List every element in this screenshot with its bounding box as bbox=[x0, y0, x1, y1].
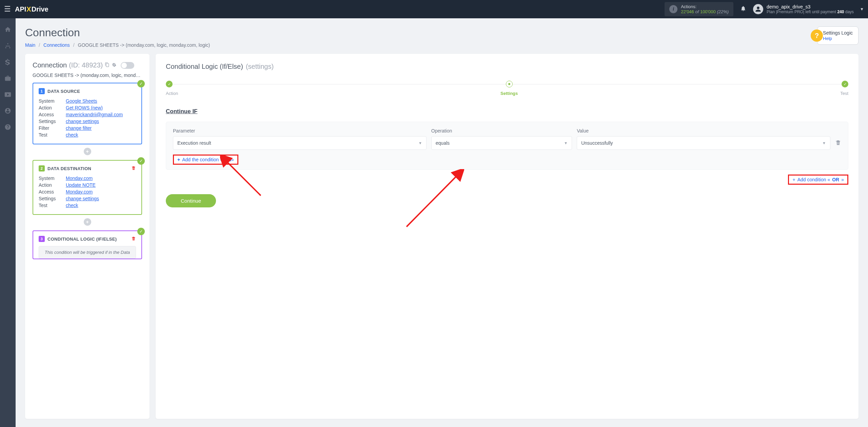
chevron-down-icon: ▼ bbox=[822, 141, 826, 145]
continue-button[interactable]: Continue bbox=[166, 194, 216, 207]
sidebar-item-connections[interactable] bbox=[0, 39, 16, 53]
help-link[interactable]: Help bbox=[823, 36, 832, 41]
actions-label: Actions: bbox=[681, 4, 729, 9]
help-icon[interactable]: ? bbox=[811, 29, 823, 42]
chevron-down-icon: ▼ bbox=[564, 141, 568, 145]
connection-panel: Connection (ID: 48923) GOOGLE SHEETS -> … bbox=[25, 54, 150, 419]
trash-icon[interactable] bbox=[835, 140, 841, 147]
sidebar-item-account[interactable] bbox=[0, 104, 16, 118]
card-row: SystemMonday.com bbox=[39, 176, 136, 181]
actions-numbers: 22'046 of 100'000 (22%) bbox=[681, 9, 729, 14]
plus-icon: + bbox=[792, 177, 795, 182]
sidebar-item-help[interactable] bbox=[0, 120, 16, 134]
card-row: Testcheck bbox=[39, 132, 136, 138]
card-title: DATA SOURCE bbox=[47, 89, 80, 94]
settings-panel: Conditional Logic (If/Else) (settings) ✓… bbox=[156, 54, 859, 419]
sidebar-item-billing[interactable] bbox=[0, 55, 16, 69]
section-title: Continue IF bbox=[166, 108, 848, 115]
card-row: Testcheck bbox=[39, 203, 136, 208]
operation-select[interactable]: equals ▼ bbox=[431, 136, 572, 150]
check-icon: ✓ bbox=[137, 228, 145, 235]
current-step-icon bbox=[506, 81, 513, 87]
trash-icon[interactable] bbox=[131, 236, 136, 242]
copy-icon[interactable] bbox=[105, 62, 110, 68]
card-title: CONDITIONAL LOGIC (IF/ELSE) bbox=[47, 237, 117, 242]
gear-icon[interactable] bbox=[112, 62, 117, 68]
plus-icon[interactable]: + bbox=[84, 148, 91, 155]
breadcrumb-current: GOOGLE SHEETS -> (monday.com, logic, mon… bbox=[78, 42, 210, 48]
add-and-condition-button[interactable]: + Add the condition «And» bbox=[173, 155, 238, 165]
card-row: Settingschange settings bbox=[39, 196, 136, 201]
page-title: Connection bbox=[25, 26, 210, 39]
logo-text-x: X bbox=[26, 5, 31, 13]
card-row: SystemGoogle Sheets bbox=[39, 98, 136, 104]
user-menu[interactable]: demo_apix_drive_s3 Plan |Premium PRO| le… bbox=[753, 4, 864, 14]
card-title: DATA DESTINATION bbox=[47, 166, 91, 171]
plus-icon[interactable]: + bbox=[84, 218, 91, 226]
card-row: ActionGet ROWS (new) bbox=[39, 105, 136, 110]
value-label: Value bbox=[577, 128, 830, 134]
check-icon: ✓ bbox=[842, 81, 848, 87]
trash-icon[interactable] bbox=[131, 166, 136, 171]
bell-icon[interactable] bbox=[740, 5, 746, 13]
card-row: ActionUpdate NOTE bbox=[39, 182, 136, 188]
card-num: 1 bbox=[39, 88, 45, 94]
connection-name: GOOGLE SHEETS -> (monday.com, logic, mon… bbox=[33, 73, 142, 78]
sidebar-item-video[interactable] bbox=[0, 87, 16, 102]
info-icon: i bbox=[669, 5, 677, 13]
card-num: 3 bbox=[39, 236, 45, 242]
connection-id: (ID: 48923) bbox=[69, 61, 103, 69]
topbar: ☰ APIXDrive i Actions: 22'046 of 100'000… bbox=[0, 0, 868, 18]
breadcrumb-connections[interactable]: Connections bbox=[43, 42, 70, 48]
operation-label: Operation bbox=[431, 128, 572, 134]
data-destination-card[interactable]: ✓ 2 DATA DESTINATION SystemMonday.com Ac… bbox=[33, 160, 142, 215]
sidebar-item-work[interactable] bbox=[0, 71, 16, 85]
help-title: Settings Logic bbox=[823, 30, 853, 36]
card-row: Filterchange filter bbox=[39, 125, 136, 131]
chevron-down-icon: ▼ bbox=[860, 7, 864, 12]
breadcrumb-main[interactable]: Main bbox=[25, 42, 35, 48]
user-plan: Plan |Premium PRO| left until payment 24… bbox=[767, 9, 854, 14]
connection-toggle[interactable] bbox=[121, 62, 134, 69]
card-row: Settingschange settings bbox=[39, 119, 136, 124]
parameter-label: Parameter bbox=[173, 128, 427, 134]
help-box: ? Settings Logic Help bbox=[817, 26, 859, 45]
step-action[interactable]: ✓ Action bbox=[166, 81, 178, 96]
logo-text-post: Drive bbox=[32, 5, 48, 13]
user-name: demo_apix_drive_s3 bbox=[767, 4, 854, 9]
condition-group: Parameter Execution result ▼ Operation e… bbox=[166, 122, 848, 170]
card-row: AccessMonday.com bbox=[39, 189, 136, 195]
breadcrumb: Main / Connections / GOOGLE SHEETS -> (m… bbox=[25, 42, 210, 48]
hamburger-icon[interactable]: ☰ bbox=[4, 5, 11, 14]
main-title: Conditional Logic (If/Else) (settings) bbox=[166, 63, 848, 70]
actions-usage-box[interactable]: i Actions: 22'046 of 100'000 (22%) bbox=[665, 2, 733, 16]
check-icon: ✓ bbox=[137, 157, 145, 165]
step-settings[interactable]: Settings bbox=[500, 81, 518, 96]
plus-icon: + bbox=[177, 157, 180, 162]
card-body: This condition will be triggered if in t… bbox=[39, 246, 136, 259]
logo-text-pre: API bbox=[15, 5, 26, 13]
step-test[interactable]: ✓ Test bbox=[840, 81, 848, 96]
conditional-logic-card[interactable]: ✓ 3 CONDITIONAL LOGIC (IF/ELSE) This con… bbox=[33, 230, 142, 259]
data-source-card[interactable]: ✓ 1 DATA SOURCE SystemGoogle Sheets Acti… bbox=[33, 83, 142, 144]
card-row: Accessmaverickandrii@gmail.com bbox=[39, 112, 136, 117]
parameter-select[interactable]: Execution result ▼ bbox=[173, 136, 427, 150]
sidebar-item-home[interactable] bbox=[0, 22, 16, 37]
connection-title: Connection bbox=[33, 61, 67, 69]
check-icon: ✓ bbox=[137, 80, 145, 87]
chevron-down-icon: ▼ bbox=[418, 141, 422, 145]
sidebar bbox=[0, 18, 16, 427]
logo[interactable]: APIXDrive bbox=[15, 5, 48, 13]
avatar-icon bbox=[753, 4, 763, 14]
stepper: ✓ Action Settings ✓ Test bbox=[166, 81, 848, 96]
card-num: 2 bbox=[39, 165, 45, 171]
add-or-condition-button[interactable]: + Add condition «OR» bbox=[788, 175, 848, 185]
check-icon: ✓ bbox=[166, 81, 173, 87]
value-select[interactable]: Unsuccessfully ▼ bbox=[577, 136, 830, 150]
